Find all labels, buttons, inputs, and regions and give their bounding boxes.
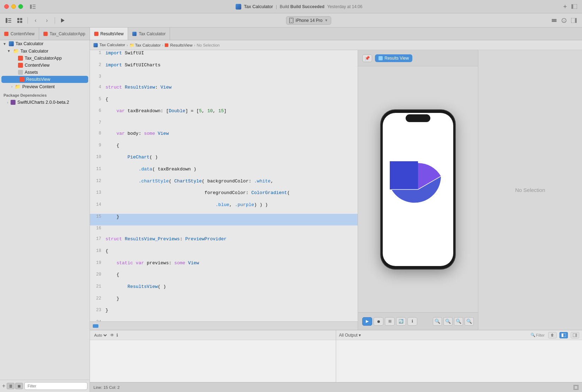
chevron-icon: ▼ bbox=[3, 42, 6, 46]
color-scheme-button[interactable]: 🔄 bbox=[396, 317, 406, 326]
line-content bbox=[104, 225, 358, 236]
zoom-in-button[interactable]: 🔍 bbox=[454, 317, 463, 326]
console-panel-toggle-right[interactable] bbox=[571, 332, 579, 338]
panel-toggle-button[interactable] bbox=[571, 3, 578, 10]
line-content: foregroundColor: ColorGradient( bbox=[104, 190, 358, 202]
xcode-icon bbox=[132, 32, 137, 36]
device-selector[interactable]: iPhone 14 Pro ▼ bbox=[286, 16, 331, 25]
sidebar-grid-view-button[interactable]: ⊞ bbox=[15, 383, 23, 389]
package-dependencies-header: Package Dependencies bbox=[0, 90, 90, 99]
close-button[interactable] bbox=[4, 4, 9, 9]
grid-view-button[interactable] bbox=[15, 17, 25, 24]
folder-icon: 📁 bbox=[13, 48, 19, 54]
line-content: { bbox=[104, 272, 358, 284]
screen-fit-button[interactable] bbox=[574, 385, 578, 390]
code-editor[interactable]: 1 import SwiftUI 2 import SwiftUICharts … bbox=[90, 50, 358, 330]
maximize-button[interactable] bbox=[18, 4, 23, 9]
record-button[interactable]: ⏺ bbox=[374, 317, 383, 326]
filter-container: 🔍 Filter bbox=[531, 333, 545, 337]
forward-button[interactable]: › bbox=[42, 17, 52, 24]
file-tab-bar: ContentView Tax_CalculatorApp ResultsVie… bbox=[0, 28, 582, 40]
sidebar-filter-input[interactable] bbox=[24, 382, 87, 390]
line-number: 1 bbox=[90, 50, 104, 62]
code-line-18: 18 { bbox=[90, 248, 358, 260]
breadcrumb-results-view[interactable]: ResultsView bbox=[165, 43, 192, 47]
tab-tax-calculator-app[interactable]: Tax_CalculatorApp bbox=[39, 28, 90, 40]
code-line-9: 9 { bbox=[90, 143, 358, 155]
breadcrumb-tax-calculator-folder[interactable]: 📁Tax Calculator bbox=[129, 43, 161, 48]
svg-rect-12 bbox=[17, 21, 19, 23]
add-button[interactable]: + bbox=[562, 3, 569, 10]
svg-rect-18 bbox=[552, 19, 557, 20]
svg-rect-9 bbox=[8, 22, 11, 23]
sidebar-item-tax-calculator-app[interactable]: Tax_CalculatorApp bbox=[0, 55, 90, 62]
pin-button[interactable]: 📌 bbox=[362, 54, 372, 62]
filter-search-icon: 🔍 bbox=[531, 333, 535, 337]
sidebar-toggle-button[interactable] bbox=[29, 4, 36, 10]
device-frame-button[interactable]: ⊞ bbox=[385, 317, 395, 326]
line-content: .data( taxBreakdown ) bbox=[104, 166, 358, 178]
breadcrumb-tax-calculator-project[interactable]: Tax Calculator bbox=[93, 43, 125, 47]
tab-tax-calculator[interactable]: Tax Calculator bbox=[128, 28, 170, 40]
line-number: 12 bbox=[90, 178, 104, 190]
sidebar-project-root[interactable]: ▼ Tax Calculator bbox=[0, 40, 90, 47]
minimize-button[interactable] bbox=[11, 4, 16, 9]
all-output-select[interactable]: All Output ▾ bbox=[339, 333, 361, 338]
svg-rect-17 bbox=[291, 18, 292, 18]
inspector-toggle-button[interactable] bbox=[569, 17, 578, 24]
assets-icon bbox=[18, 70, 23, 75]
line-content: } bbox=[104, 307, 358, 319]
line-content: } bbox=[104, 296, 358, 308]
sidebar-list-view-button[interactable]: ☰ bbox=[7, 383, 14, 389]
library-button[interactable] bbox=[550, 17, 559, 24]
trash-button[interactable]: 🗑 bbox=[548, 332, 557, 338]
sidebar-item-swiftuicharts[interactable]: › SwiftUICharts 2.0.0-beta.2 bbox=[0, 99, 90, 106]
add-file-button[interactable]: + bbox=[2, 383, 5, 389]
tab-results-view-label: ResultsView bbox=[101, 31, 124, 36]
line-content: ResultsView( ) bbox=[104, 284, 358, 296]
build-time: Yesterday at 14:06 bbox=[327, 4, 363, 9]
results-view-button[interactable]: Results View bbox=[375, 54, 412, 62]
auto-select[interactable]: Auto bbox=[93, 333, 108, 338]
sidebar-item-results-view-label: ResultsView bbox=[26, 77, 50, 82]
sidebar-item-results-view[interactable]: ResultsView bbox=[1, 76, 88, 83]
swift-file-icon bbox=[18, 56, 23, 61]
sidebar-item-content-view[interactable]: ContentView bbox=[0, 62, 90, 69]
sidebar-item-preview-content[interactable]: › 📁 Preview Content bbox=[0, 83, 90, 90]
title-bar: Tax Calculator | Build Build Succeeded Y… bbox=[0, 0, 582, 13]
console-panel-toggle-left[interactable] bbox=[559, 332, 568, 338]
title-bar-center: Tax Calculator | Build Build Succeeded Y… bbox=[40, 4, 558, 10]
play-preview-button[interactable]: ▶ bbox=[362, 317, 372, 326]
folder-icon: 📁 bbox=[15, 84, 20, 89]
zoom-fit-button[interactable]: 🔍 bbox=[465, 317, 474, 326]
back-button[interactable]: ‹ bbox=[31, 17, 41, 24]
line-number: 2 bbox=[90, 62, 104, 74]
build-status-text: Build Build Succeeded bbox=[280, 4, 325, 9]
sidebar-item-assets[interactable]: Assets bbox=[0, 69, 90, 76]
zoom-reset-button[interactable]: 🔍 bbox=[443, 317, 453, 326]
sidebar-item-assets-label: Assets bbox=[25, 70, 38, 75]
svg-rect-30 bbox=[575, 333, 577, 337]
line-content: import SwiftUICharts bbox=[104, 62, 358, 74]
eye-button[interactable]: 👁 bbox=[110, 333, 114, 338]
info-console-button[interactable]: ℹ bbox=[116, 333, 118, 338]
inspector-toolbar: i bbox=[550, 17, 578, 24]
line-number: 22 bbox=[90, 296, 104, 308]
tab-results-view[interactable]: ResultsView bbox=[90, 28, 128, 40]
sidebar-group-tax-calculator[interactable]: ▼ 📁 Tax Calculator bbox=[0, 47, 90, 55]
navigator-toggle-button[interactable] bbox=[4, 17, 13, 24]
play-button[interactable] bbox=[58, 17, 68, 24]
code-line-19: 19 static var previews: some View bbox=[90, 260, 358, 272]
console-right: All Output ▾ 🔍 Filter 🗑 bbox=[336, 330, 582, 382]
preview-bottom-controls: ▶ ⏺ ⊞ 🔄 ℹ 🔍 🔍 🔍 🔍 bbox=[358, 312, 478, 330]
svg-rect-3 bbox=[32, 8, 36, 9]
info-button[interactable]: ℹ bbox=[407, 317, 417, 326]
code-review-button[interactable]: i bbox=[559, 17, 569, 24]
tab-content-view[interactable]: ContentView bbox=[0, 28, 39, 40]
sidebar-item-content-view-label: ContentView bbox=[25, 63, 50, 68]
inspector-panel: No Selection bbox=[478, 50, 582, 330]
zoom-out-button[interactable]: 🔍 bbox=[433, 317, 442, 326]
line-number: 8 bbox=[90, 131, 104, 143]
line-content: static var previews: some View bbox=[104, 260, 358, 272]
line-content: var body: some View bbox=[104, 131, 358, 143]
